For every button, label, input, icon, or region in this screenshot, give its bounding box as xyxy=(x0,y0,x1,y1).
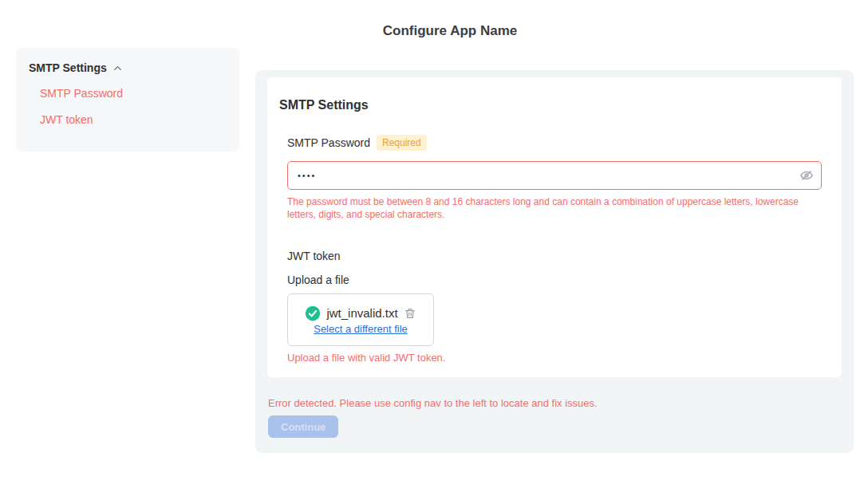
sidebar-item-smtp-password[interactable]: SMTP Password xyxy=(40,85,227,101)
settings-panel: SMTP Settings SMTP Password Required xyxy=(255,70,854,453)
sidebar-section-label: SMTP Settings xyxy=(29,61,107,74)
toggle-password-visibility-icon[interactable] xyxy=(799,168,814,183)
smtp-password-group: SMTP Password Required The password must… xyxy=(287,135,830,364)
success-check-icon xyxy=(305,305,321,321)
jwt-token-label: JWT token xyxy=(287,250,830,262)
form-error-message: Error detected. Please use config nav to… xyxy=(268,397,598,409)
smtp-password-label: SMTP Password xyxy=(287,136,370,149)
smtp-password-input[interactable] xyxy=(287,161,822,190)
jwt-token-error: Upload a file with valid JWT token. xyxy=(287,352,830,364)
smtp-settings-card: SMTP Settings SMTP Password Required xyxy=(267,77,842,377)
config-nav-sidebar: SMTP Settings SMTP Password JWT token xyxy=(16,48,239,152)
continue-button[interactable]: Continue xyxy=(268,415,338,438)
sidebar-section-smtp-settings[interactable]: SMTP Settings xyxy=(29,61,227,74)
card-heading: SMTP Settings xyxy=(279,98,830,112)
sidebar-item-jwt-token[interactable]: JWT token xyxy=(40,112,227,128)
select-different-file-link[interactable]: Select a different file xyxy=(314,323,408,335)
file-upload-box: jwt_invalid.txt Select a different fil xyxy=(287,293,434,346)
configure-app-page: Configure App Name SMTP Settings SMTP Pa… xyxy=(0,0,868,496)
upload-file-label: Upload a file xyxy=(287,274,830,286)
chevron-up-icon xyxy=(112,62,124,74)
uploaded-file-name: jwt_invalid.txt xyxy=(326,306,397,320)
delete-file-icon[interactable] xyxy=(404,307,416,320)
smtp-password-error: The password must be between 8 and 16 ch… xyxy=(287,195,814,221)
page-title: Configure App Name xyxy=(32,23,868,39)
required-badge: Required xyxy=(377,135,427,151)
